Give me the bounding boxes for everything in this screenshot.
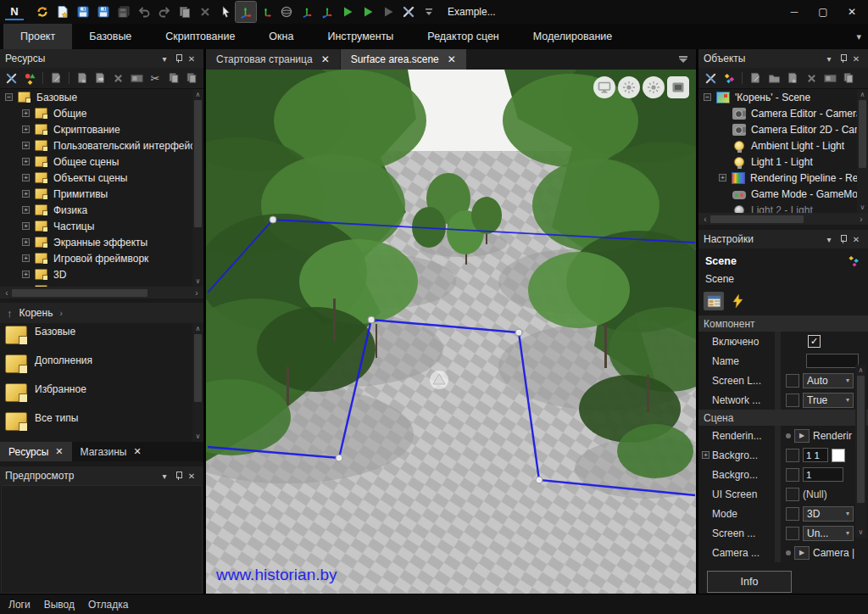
objects-tree-vscrollbar[interactable]: ∧ ∨	[857, 89, 868, 213]
minimize-button[interactable]: ─	[780, 1, 809, 23]
close-icon[interactable]: ✕	[448, 53, 456, 65]
tools-icon[interactable]	[3, 70, 20, 87]
preview-pin-icon[interactable]	[171, 469, 185, 483]
resources-dropdown-icon[interactable]: ▾	[158, 52, 171, 65]
expand-icon[interactable]: +	[22, 206, 30, 214]
tree-item[interactable]: +Физика	[0, 202, 203, 218]
screen-dropdown[interactable]: Un...▾	[803, 526, 854, 541]
edit-document-icon[interactable]	[747, 70, 764, 87]
screenshot-button[interactable]	[667, 76, 689, 98]
collapse-icon[interactable]: −	[5, 93, 13, 101]
mode-dropdown[interactable]: 3D▾	[803, 506, 854, 522]
scroll-down-icon[interactable]: ∨	[860, 202, 865, 213]
new-resource-button[interactable]	[53, 2, 73, 22]
save-as-button[interactable]	[93, 2, 114, 22]
tab-list-dropdown-icon[interactable]	[676, 49, 691, 70]
tree-item-disabled[interactable]: Light 2 - Light	[698, 202, 868, 213]
section-scene[interactable]: Сцена	[698, 410, 868, 426]
tree-item[interactable]: Ambient Light - Light	[698, 137, 868, 154]
shapes-icon[interactable]	[22, 70, 39, 87]
expand-icon[interactable]: +	[22, 254, 30, 262]
expand-icon[interactable]: +	[22, 158, 30, 165]
resources-tree-hscrollbar[interactable]: ‹ ›	[0, 287, 203, 299]
section-component[interactable]: Компонент	[698, 315, 868, 332]
tree-item[interactable]: +Общие	[0, 105, 203, 121]
lighting-button[interactable]	[618, 76, 640, 98]
tree-item[interactable]: +Объекты сцены	[0, 170, 203, 186]
tree-item[interactable]: +Rendering Pipeline - Ren	[698, 170, 868, 186]
scroll-up-icon[interactable]: ∧	[860, 89, 865, 100]
enabled-checkbox[interactable]: ✓	[808, 335, 821, 348]
tab-surface-area-scene[interactable]: Surface area.scene✕	[341, 49, 466, 70]
transform-world-button[interactable]	[317, 2, 337, 22]
toolbar-overflow-button[interactable]	[419, 2, 439, 22]
tree-item[interactable]: Game Mode - GameMod	[698, 186, 868, 202]
menu-item-modelirovanie[interactable]: Моделирование	[516, 24, 630, 49]
object-gizmo[interactable]	[430, 371, 448, 389]
resources-tree-vscrollbar[interactable]: ∧ ∨	[192, 89, 203, 287]
tree-item[interactable]: Camera Editor - Camera	[698, 105, 868, 121]
rename-icon[interactable]	[129, 70, 146, 87]
tree-item[interactable]: Light 1 - Light	[698, 154, 868, 170]
tab-magaziny[interactable]: Магазины✕	[72, 442, 150, 461]
run-button[interactable]	[358, 2, 378, 22]
cut-icon[interactable]: ✂	[147, 70, 164, 87]
collapse-icon[interactable]: −	[704, 93, 711, 101]
play-button[interactable]	[337, 2, 358, 22]
tree-item[interactable]: +Скриптование	[0, 121, 203, 137]
objects-dropdown-icon[interactable]: ▾	[822, 52, 836, 65]
new-item-icon[interactable]	[74, 70, 91, 87]
preview-close-icon[interactable]: ✕	[185, 469, 198, 483]
move-tool-button[interactable]	[236, 2, 256, 22]
redo-button-disabled[interactable]	[154, 2, 175, 22]
status-tab-debug[interactable]: Отладка	[88, 599, 128, 611]
expand-icon[interactable]: +	[719, 174, 726, 181]
tree-item[interactable]: +Примитивы	[0, 186, 203, 202]
center-pivot-button[interactable]	[276, 2, 297, 22]
display-mode-button[interactable]	[593, 76, 615, 98]
settings-vscrollbar[interactable]: ∧ ∨	[855, 365, 866, 538]
new-item-icon[interactable]	[784, 70, 801, 87]
tree-item[interactable]: +2D	[0, 282, 203, 287]
menu-item-instrumenty[interactable]: Инструменты	[310, 24, 410, 49]
reference-go-button[interactable]: ▶	[794, 546, 810, 560]
brightness-button[interactable]	[643, 76, 665, 98]
tab-properties[interactable]	[704, 292, 724, 310]
up-arrow-icon[interactable]: ↑	[7, 307, 13, 320]
scroll-up-icon[interactable]: ∧	[196, 323, 201, 334]
menu-item-okna[interactable]: Окна	[252, 24, 310, 49]
folder-gray-icon[interactable]	[765, 70, 782, 87]
tools-button[interactable]	[398, 2, 419, 22]
vertex-handle[interactable]	[515, 329, 522, 336]
scroll-right-icon[interactable]: ›	[856, 215, 866, 224]
tab-start-page[interactable]: Стартовая страница✕	[206, 49, 340, 70]
tree-item[interactable]: +3D	[0, 266, 203, 282]
delete-item-icon[interactable]	[803, 70, 820, 87]
expand-icon[interactable]: +	[22, 142, 30, 149]
close-icon[interactable]: ✕	[55, 446, 63, 457]
tree-item[interactable]: +Игровой фреймворк	[0, 250, 203, 266]
maximize-button[interactable]: ▢	[809, 1, 837, 23]
expand-icon[interactable]: +	[22, 238, 30, 246]
flags-box[interactable]	[786, 527, 799, 540]
settings-pin-icon[interactable]	[836, 232, 849, 246]
reference-value[interactable]: Renderir	[813, 430, 852, 442]
name-input[interactable]	[806, 354, 859, 368]
tree-item[interactable]: +Общее сцены	[0, 154, 203, 170]
flags-box[interactable]	[786, 488, 799, 501]
menu-item-skriptovanie[interactable]: Скриптование	[148, 24, 252, 49]
save-all-button-disabled[interactable]	[114, 2, 134, 22]
tree-item[interactable]: +Пользовательский интерфейс	[0, 137, 203, 154]
flags-box[interactable]	[786, 449, 799, 462]
tree-item-scene-root[interactable]: − 'Корень' - Scene	[698, 89, 868, 105]
refresh-button[interactable]	[32, 2, 53, 22]
scroll-up-icon[interactable]: ∧	[859, 365, 864, 376]
color-swatch-white[interactable]	[832, 449, 845, 462]
menu-item-proekt[interactable]: Проект	[3, 24, 72, 49]
expand-icon[interactable]: +	[22, 174, 30, 181]
copy-item-icon[interactable]	[165, 70, 182, 87]
vertex-handle[interactable]	[270, 216, 276, 223]
tab-resursy[interactable]: Ресурсы✕	[0, 442, 72, 461]
objects-tree-hscrollbar[interactable]: ‹ ›	[698, 213, 868, 225]
status-tab-output[interactable]: Вывод	[44, 599, 75, 611]
